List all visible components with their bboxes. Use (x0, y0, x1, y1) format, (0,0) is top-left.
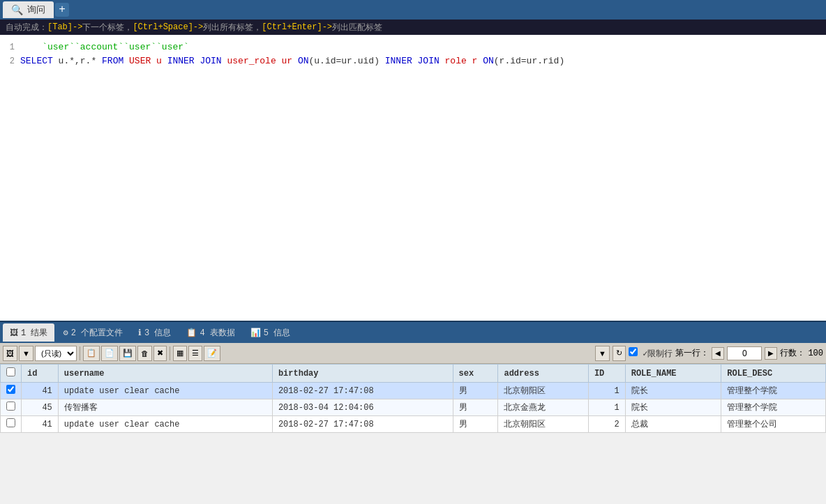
tab-5-icon: 📊 (250, 328, 261, 338)
tab-label: 询问 (27, 3, 45, 16)
delete-button[interactable]: 🗑 (137, 346, 152, 361)
select-all-checkbox[interactable] (6, 367, 15, 376)
col-sex[interactable]: sex (453, 365, 498, 383)
cell-role-id: 2 (588, 416, 625, 433)
cell-address: 北京朝阳区 (498, 383, 588, 399)
cell-sex: 男 (453, 416, 498, 433)
cell-role-desc: 管理整个学院 (721, 399, 826, 416)
col-role-id[interactable]: ID (588, 365, 625, 383)
cell-role-id: 1 (588, 383, 625, 399)
tab-1-icon: 🖼 (10, 328, 18, 338)
first-row-label: 第一行： (675, 347, 709, 359)
row-checkbox-cell[interactable] (1, 383, 22, 399)
line-number-1: 1 (3, 40, 20, 54)
table-row[interactable]: 45 传智播客 2018-03-04 12:04:06 男 北京金燕龙 1 院长… (1, 399, 826, 416)
row-checkbox-cell[interactable] (1, 399, 22, 416)
cell-role-desc: 管理整个公司 (721, 416, 826, 433)
line-number-2: 2 (3, 54, 20, 68)
cell-username: update user clear cache (58, 383, 272, 399)
sql-line-1-content: `user``account``user``user` (20, 40, 823, 54)
row-checkbox[interactable] (6, 402, 15, 411)
sql-line-2: 2 SELECT u.*,r.* FROM USER u INNER JOIN … (3, 54, 823, 68)
row-checkbox-cell[interactable] (1, 416, 22, 433)
divider-1 (80, 346, 80, 360)
autocomplete-hint3text: 列出匹配标签 (332, 22, 382, 33)
row-count-value: 100 (808, 349, 823, 358)
export-dropdown-button[interactable]: ▼ (19, 346, 33, 361)
cell-username: 传智播客 (58, 399, 272, 416)
autocomplete-hint3: [Ctrl+Enter]-> (262, 22, 332, 32)
table-row[interactable]: 41 update user clear cache 2018-02-27 17… (1, 416, 826, 433)
sql-line-2-content: SELECT u.*,r.* FROM USER u INNER JOIN us… (20, 54, 823, 68)
cell-role-desc: 管理整个学院 (721, 383, 826, 399)
toolbar-right: ▼ ↻ ✓限制行 第一行： ◀ ▶ 行数： 100 (595, 346, 823, 361)
tab-4-icon: 📋 (186, 328, 197, 338)
data-table-wrapper: id username birthday sex address ID ROLE… (0, 364, 826, 433)
active-tab[interactable]: 🔍 询问 (3, 1, 54, 18)
cancel-button[interactable]: ✖ (153, 346, 167, 361)
result-toolbar: 🖼 ▼ (只读) 📋 📄 💾 🗑 ✖ ▦ ☰ 📝 ▼ ↻ ✓限制行 第一行： ◀… (0, 343, 826, 364)
row-checkbox[interactable] (6, 418, 15, 427)
row-count-label: 行数： (780, 347, 805, 359)
limit-rows-label: ✓限制行 (629, 347, 673, 360)
cell-id: 41 (22, 383, 59, 399)
result-tab-2[interactable]: ⚙ 2 个配置文件 (56, 323, 130, 342)
tab-5-label: 5 信息 (264, 327, 290, 339)
cell-role-name: 总裁 (625, 416, 721, 433)
col-id[interactable]: id (22, 365, 59, 383)
result-tabs: 🖼 1 结果 ⚙ 2 个配置文件 ℹ 3 信息 📋 4 表数据 📊 5 信息 (0, 322, 826, 343)
tab-bar: 🔍 询问 + (0, 0, 826, 20)
tab-4-label: 4 表数据 (200, 327, 234, 339)
cell-birthday: 2018-02-27 17:47:08 (272, 416, 453, 433)
table-row[interactable]: 41 update user clear cache 2018-02-27 17… (1, 383, 826, 399)
paste-row-button[interactable]: 📄 (101, 346, 118, 361)
refresh-button[interactable]: ↻ (613, 346, 626, 361)
tab-2-label: 2 个配置文件 (71, 327, 123, 339)
limit-rows-checkbox[interactable] (629, 347, 638, 356)
export-icon-button[interactable]: 🖼 (3, 346, 17, 361)
cell-id: 45 (22, 399, 59, 416)
autocomplete-hint2text: 列出所有标签， (203, 22, 262, 33)
cell-role-name: 院长 (625, 383, 721, 399)
cell-address: 北京金燕龙 (498, 399, 588, 416)
readonly-select[interactable]: (只读) (35, 346, 77, 361)
prev-page-button[interactable]: ◀ (712, 347, 724, 360)
autocomplete-prefix: 自动完成： (6, 22, 47, 33)
tab-1-label: 1 结果 (21, 327, 47, 339)
col-birthday[interactable]: birthday (272, 365, 453, 383)
save-button[interactable]: 💾 (119, 346, 136, 361)
grid-view-button[interactable]: ▦ (173, 346, 187, 361)
result-tab-1[interactable]: 🖼 1 结果 (3, 323, 54, 342)
cell-address: 北京朝阳区 (498, 416, 588, 433)
result-tab-4[interactable]: 📋 4 表数据 (179, 323, 241, 342)
bottom-panel: 🖼 1 结果 ⚙ 2 个配置文件 ℹ 3 信息 📋 4 表数据 📊 5 信息 🖼… (0, 321, 826, 433)
col-address[interactable]: address (498, 365, 588, 383)
next-page-button[interactable]: ▶ (765, 347, 777, 360)
cell-sex: 男 (453, 383, 498, 399)
row-checkbox[interactable] (6, 385, 15, 394)
form-view-button[interactable]: ☰ (188, 346, 202, 361)
cell-birthday: 2018-03-04 12:04:06 (272, 399, 453, 416)
result-tab-3[interactable]: ℹ 3 信息 (131, 323, 178, 342)
sql-editor[interactable]: 1 `user``account``user``user` 2 SELECT u… (0, 35, 826, 321)
cell-birthday: 2018-02-27 17:47:08 (272, 383, 453, 399)
table-header-row: id username birthday sex address ID ROLE… (1, 365, 826, 383)
autocomplete-hint1: [Tab]-> (47, 22, 82, 32)
col-role-desc[interactable]: ROLE_DESC (721, 365, 826, 383)
sql-line-1: 1 `user``account``user``user` (3, 40, 823, 54)
col-role-name[interactable]: ROLE_NAME (625, 365, 721, 383)
result-tab-5[interactable]: 📊 5 信息 (243, 323, 297, 342)
first-row-input[interactable] (727, 346, 762, 360)
tab-3-icon: ℹ (138, 328, 142, 338)
cell-role-id: 1 (588, 399, 625, 416)
filter-button[interactable]: ▼ (595, 346, 610, 361)
tab-icon: 🔍 (11, 4, 23, 16)
cell-role-name: 院长 (625, 399, 721, 416)
add-tab-button[interactable]: + (55, 3, 69, 17)
tab-2-icon: ⚙ (63, 328, 68, 338)
col-username[interactable]: username (58, 365, 272, 383)
copy-row-button[interactable]: 📋 (83, 346, 100, 361)
tab-3-label: 3 信息 (144, 327, 171, 339)
text-view-button[interactable]: 📝 (204, 346, 220, 361)
autocomplete-hint1text: 下一个标签， (82, 22, 133, 33)
